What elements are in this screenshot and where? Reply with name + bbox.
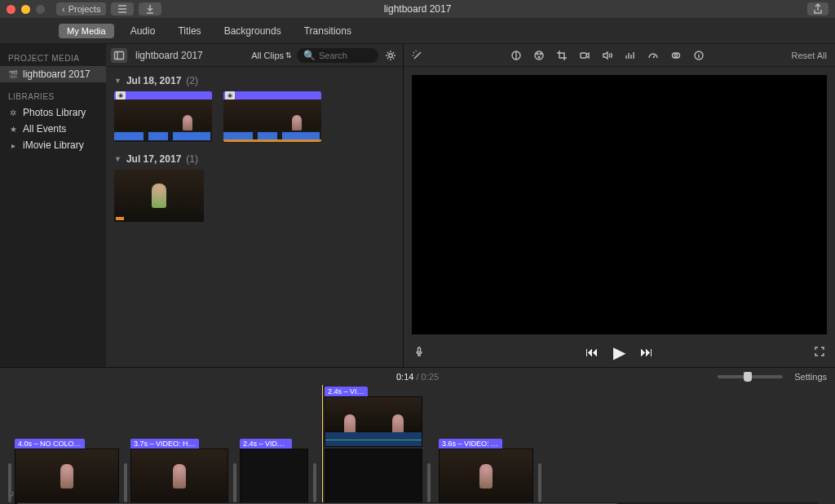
date-group-header[interactable]: ▼ Jul 17, 2017 (1) bbox=[114, 153, 395, 165]
zoom-slider[interactable] bbox=[718, 375, 783, 378]
playhead[interactable] bbox=[322, 385, 323, 504]
speaker-icon bbox=[602, 50, 613, 61]
toggle-sidebar-button[interactable] bbox=[111, 48, 127, 63]
camera-icon bbox=[579, 50, 590, 61]
search-input[interactable] bbox=[319, 51, 368, 60]
clip-trim-handle[interactable] bbox=[538, 463, 541, 502]
volume-button[interactable] bbox=[602, 50, 615, 61]
clip-trim-handle[interactable] bbox=[233, 463, 236, 502]
search-field[interactable]: 🔍 bbox=[297, 48, 378, 63]
noise-reduction-button[interactable] bbox=[625, 50, 638, 61]
timeline-clip[interactable] bbox=[325, 449, 422, 504]
minimize-window[interactable] bbox=[21, 5, 30, 14]
sidebar-item-label: lightboard 2017 bbox=[23, 69, 91, 80]
tab-titles[interactable]: Titles bbox=[178, 25, 201, 37]
svg-rect-7 bbox=[581, 53, 586, 58]
projects-label: Projects bbox=[68, 4, 101, 14]
microphone-icon bbox=[413, 346, 425, 357]
timeline-clip[interactable]: 3.7s – VIDEO: H… bbox=[130, 449, 228, 504]
total-time: 0:25 bbox=[422, 372, 439, 382]
date-group-header[interactable]: ▼ Jul 18, 2017 (2) bbox=[114, 75, 395, 86]
sidebar-item-all-events[interactable]: ★ All Events bbox=[0, 121, 106, 137]
browser-title: lightboard 2017 bbox=[135, 50, 203, 61]
library-list-button[interactable] bbox=[111, 2, 134, 15]
enhance-button[interactable] bbox=[412, 50, 425, 61]
sidebar-item-photos-library[interactable]: ✲ Photos Library bbox=[0, 104, 106, 121]
info-icon bbox=[693, 50, 705, 61]
overlap-circles-icon bbox=[670, 50, 682, 61]
svg-rect-0 bbox=[115, 51, 124, 59]
timeline[interactable]: 2.4s – VI… 4.0s – NO COLO… 3.7s – VIDEO:… bbox=[0, 385, 835, 504]
window-traffic-lights bbox=[7, 5, 45, 14]
clip-trim-handle[interactable] bbox=[124, 463, 127, 502]
clapperboard-icon: 🎬 bbox=[8, 69, 18, 79]
timeline-clip[interactable]: 2.4s – VIDE… bbox=[240, 449, 308, 504]
svg-rect-11 bbox=[418, 347, 421, 352]
tab-my-media[interactable]: My Media bbox=[59, 24, 114, 38]
import-button[interactable] bbox=[139, 2, 161, 15]
timeline-clip-overlay[interactable]: 2.4s – VI… bbox=[325, 396, 422, 447]
gear-icon bbox=[385, 50, 396, 61]
camera-icon: ◉ bbox=[225, 91, 235, 99]
clip-filter-dropdown[interactable]: All Clips ⇅ bbox=[251, 51, 292, 60]
clip-label: 3.7s – VIDEO: H… bbox=[130, 439, 199, 449]
tab-audio[interactable]: Audio bbox=[130, 25, 156, 37]
disclosure-triangle-icon: ▸ bbox=[8, 140, 18, 150]
sidebar-item-project[interactable]: 🎬 lightboard 2017 bbox=[0, 66, 106, 82]
sidebar-item-label: iMovie Library bbox=[23, 139, 84, 151]
fullscreen-button[interactable] bbox=[814, 346, 825, 360]
viewer-toolbar: Reset All bbox=[404, 44, 835, 67]
close-window[interactable] bbox=[7, 5, 15, 14]
media-tab-segment: My Media bbox=[59, 24, 114, 38]
crop-button[interactable] bbox=[556, 50, 569, 61]
info-button[interactable] bbox=[693, 50, 706, 61]
media-clip[interactable] bbox=[114, 170, 204, 222]
sidebar-icon bbox=[113, 50, 125, 61]
browser-settings-button[interactable] bbox=[383, 48, 398, 63]
timeline-clip[interactable]: 4.0s – NO COLO… bbox=[15, 449, 119, 504]
speed-button[interactable] bbox=[647, 50, 660, 61]
play-button[interactable]: ▶ bbox=[613, 343, 625, 362]
viewer-canvas[interactable] bbox=[412, 75, 827, 334]
stabilization-button[interactable] bbox=[579, 50, 592, 61]
date-label: Jul 18, 2017 bbox=[126, 75, 181, 86]
maximize-window[interactable] bbox=[36, 5, 45, 14]
color-balance-button[interactable] bbox=[510, 50, 524, 61]
sidebar-item-label: Photos Library bbox=[23, 107, 86, 118]
tab-backgrounds[interactable]: Backgrounds bbox=[224, 25, 281, 37]
timeline-settings-button[interactable]: Settings bbox=[794, 372, 827, 382]
clip-label: 4.0s – NO COLO… bbox=[15, 439, 85, 449]
music-track-icon[interactable]: ♪ bbox=[10, 488, 15, 499]
browser-body: ▼ Jul 18, 2017 (2) ◉ ◉ ▼ Jul 17, bbox=[106, 67, 403, 367]
color-correction-button[interactable] bbox=[533, 50, 546, 61]
speedometer-icon bbox=[647, 50, 659, 61]
next-button[interactable]: ⏭ bbox=[640, 345, 653, 360]
titlebar: ‹ Projects lightboard 2017 bbox=[0, 0, 835, 18]
current-time: 0:14 bbox=[396, 372, 413, 382]
clip-trim-handle[interactable] bbox=[313, 463, 316, 502]
timeline-timecode: 0:14 / 0:25 bbox=[396, 372, 439, 382]
half-circle-icon bbox=[510, 50, 522, 61]
star-icon: ★ bbox=[8, 124, 18, 134]
palette-icon bbox=[533, 50, 545, 61]
clip-trim-handle[interactable] bbox=[427, 463, 431, 502]
voiceover-button[interactable] bbox=[413, 346, 425, 360]
reset-all-button[interactable]: Reset All bbox=[792, 51, 827, 60]
browser-toolbar: lightboard 2017 All Clips ⇅ 🔍 bbox=[106, 44, 403, 67]
clip-filter-button[interactable] bbox=[670, 50, 683, 61]
sidebar-item-imovie-library[interactable]: ▸ iMovie Library bbox=[0, 137, 106, 153]
media-tabs-row: My Media Audio Titles Backgrounds Transi… bbox=[0, 18, 835, 44]
timeline-clip[interactable]: 3.6s – VIDEO: l… bbox=[439, 449, 533, 504]
share-button[interactable] bbox=[807, 2, 828, 15]
media-clip[interactable]: ◉ bbox=[223, 91, 321, 142]
sidebar-heading-project-media: PROJECT MEDIA bbox=[0, 51, 106, 66]
tab-transitions[interactable]: Transitions bbox=[304, 25, 351, 37]
prev-button[interactable]: ⏮ bbox=[585, 345, 599, 360]
crop-icon bbox=[556, 50, 568, 61]
projects-back-button[interactable]: ‹ Projects bbox=[56, 2, 106, 15]
media-clip[interactable]: ◉ bbox=[114, 91, 212, 142]
chevron-left-icon: ‹ bbox=[62, 4, 65, 14]
sidebar-heading-libraries: LIBRARIES bbox=[0, 89, 106, 104]
download-icon bbox=[144, 3, 156, 15]
timeline-toolbar: 0:14 / 0:25 Settings bbox=[0, 367, 835, 385]
